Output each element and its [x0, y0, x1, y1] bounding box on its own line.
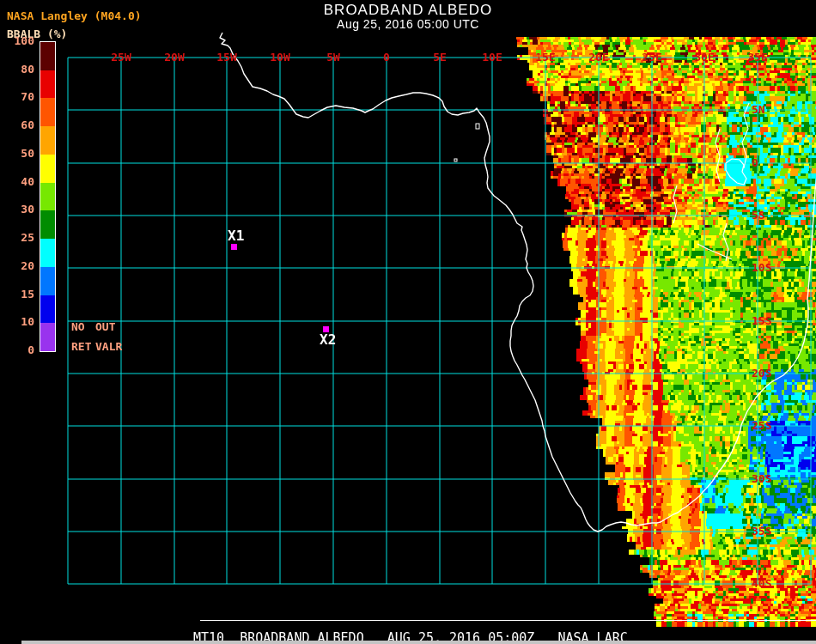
lon-label-35E: 35E [747, 52, 767, 64]
colorbar-tick-label: 50 [3, 148, 34, 160]
lat-label-15S: 15S [752, 315, 771, 327]
lat-label-5S: 5S [752, 210, 765, 222]
colorbar-segment [40, 295, 55, 324]
lat-label-25S: 25S [752, 420, 771, 432]
flag-ret: RET [71, 340, 91, 353]
lake-malawi-outline [723, 223, 728, 261]
colorbar-tick-label: 0 [3, 344, 34, 356]
lon-label-10W: 10W [270, 52, 289, 64]
colorbar-tick-label: 80 [3, 64, 34, 76]
lon-label-5W: 5W [326, 52, 340, 64]
colorbar-segment [40, 210, 55, 239]
colorbar-tick-label: 70 [3, 91, 34, 103]
colorbar-tick-label: 20 [3, 260, 34, 272]
lon-label-25E: 25E [642, 52, 661, 64]
river-outline-2 [716, 129, 720, 182]
footer-gray-strip [21, 641, 816, 644]
lat-label-0: 0 [752, 157, 758, 169]
colorbar-segment [40, 267, 55, 295]
colorbar-tick-label: 60 [3, 119, 34, 131]
lon-label-15E: 15E [535, 52, 555, 64]
lon-label-20W: 20W [164, 52, 184, 64]
lon-label-25W: 25W [111, 52, 131, 64]
flag-valr: VALR [95, 340, 122, 353]
colorbar-tick-label: 10 [3, 316, 34, 328]
lat-label-30S: 30S [752, 473, 771, 485]
colorbar-tick-label: 30 [3, 204, 34, 216]
zambezi-river-outline [697, 244, 732, 259]
lake-victoria-outline [726, 159, 746, 185]
colorbar-segment [40, 98, 55, 126]
lon-label-15W: 15W [216, 52, 236, 64]
lat-label-5N: 5N [752, 104, 765, 116]
agency-version-label: NASA Langley (M04.0) [7, 9, 142, 22]
africa-coastline [220, 33, 816, 532]
flag-out: OUT [95, 320, 115, 333]
lon-label-0: 0 [383, 52, 390, 64]
lake-tanganyika-outline [673, 185, 677, 223]
albedo-map-viewport: BROADBAND ALBEDO Aug 25, 2016 05:00 UTC … [0, 0, 816, 644]
river-outline-1 [742, 103, 749, 168]
site-marker-label-x2: X2 [320, 333, 336, 346]
colorbar-tick-label: 100 [3, 35, 34, 47]
colorbar-tick-label: 40 [3, 176, 34, 188]
lat-label-40S: 40S [752, 578, 771, 590]
coastline-overlay [0, 0, 816, 644]
flag-no: NO [71, 320, 85, 333]
colorbar-segment [40, 183, 55, 211]
lon-label-10E: 10E [482, 52, 502, 64]
site-marker-label-x1: X1 [228, 229, 244, 242]
colorbar-segment [40, 323, 55, 351]
lat-label-20S: 20S [752, 368, 771, 380]
bioko-island [476, 124, 479, 129]
colorbar-segment [40, 42, 55, 70]
lon-label-20E: 20E [588, 52, 608, 64]
lat-label-10S: 10S [752, 262, 771, 274]
albedo-colorbar [40, 41, 56, 352]
site-marker-x1 [231, 244, 237, 250]
lon-label-5E: 5E [433, 52, 447, 64]
colorbar-segment [40, 70, 55, 99]
colorbar-segment [40, 126, 55, 155]
lon-label-30E: 30E [694, 52, 714, 64]
colorbar-segment [40, 239, 55, 267]
lat-label-35S: 35S [752, 526, 771, 538]
colorbar-tick-label: 15 [3, 289, 34, 301]
colorbar-segment [40, 155, 55, 183]
colorbar-tick-label: 25 [3, 232, 34, 244]
footer-separator-line [200, 620, 816, 621]
sao-tome-island [454, 159, 457, 161]
